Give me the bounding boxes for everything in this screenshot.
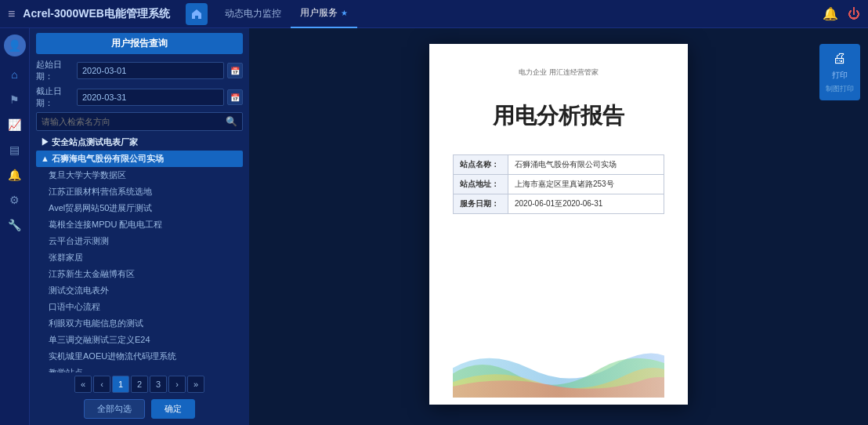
page-2-btn[interactable]: 2 (131, 376, 148, 393)
page-last-btn[interactable]: » (187, 376, 204, 393)
tree-item[interactable]: 江苏新生太金融博有区 (36, 266, 243, 282)
search-input[interactable] (42, 117, 226, 126)
tree-item[interactable]: 葛根全连接MPDU 配电电工程 (36, 216, 243, 233)
sidebar-alert-icon[interactable]: 🔔 (5, 165, 25, 185)
sidebar-tools-icon[interactable]: 🔧 (5, 215, 25, 235)
page-1-btn[interactable]: 1 (112, 376, 129, 393)
start-date-calendar-icon[interactable]: 📅 (227, 63, 243, 78)
start-date-label: 起始日期： (36, 59, 74, 82)
sidebar-chart-icon[interactable]: 📈 (5, 114, 25, 135)
print-icon: 🖨 (833, 50, 847, 67)
tree-item[interactable]: 云平台进示测测 (36, 233, 243, 249)
report-table: 站点名称：石狮涌电气股份有限公司实场站点地址：上海市嘉定区里真诸路253号服务日… (453, 154, 664, 214)
tree-item[interactable]: 复旦大学大学数据区 (36, 167, 243, 183)
top-nav: 动态电力监控 用户服务 ★ (215, 0, 823, 28)
report-table-value: 石狮涌电气股份有限公司实场 (508, 155, 664, 175)
tree-item[interactable]: 教学站点 (36, 365, 243, 372)
panel-title: 用户报告查询 (36, 33, 243, 54)
tree-item[interactable]: 利眼双方电能信息的测试 (36, 315, 243, 332)
nav-monitor[interactable]: 动态电力监控 (215, 0, 291, 28)
select-all-button[interactable]: 全部勾选 (84, 399, 145, 419)
sidebar-flag-icon[interactable]: ⚑ (5, 89, 25, 110)
page-first-btn[interactable]: « (74, 376, 92, 393)
wave-decoration (453, 326, 664, 405)
page-3-btn[interactable]: 3 (150, 376, 167, 393)
nav-star-icon: ★ (341, 9, 348, 17)
end-date-row: 截止日期： 📅 (36, 85, 243, 109)
topbar-right: 🔔 ⏻ (823, 6, 860, 21)
bell-icon[interactable]: 🔔 (823, 6, 838, 21)
home-button[interactable] (186, 3, 208, 25)
content-area: 电力企业 用汇连经营管家 用电分析报告 站点名称：石狮涌电气股份有限公司实场站点… (249, 28, 868, 425)
menu-icon[interactable]: ≡ (8, 7, 15, 21)
print-action-card[interactable]: 🖨 打印 制图打印 (819, 44, 860, 100)
end-date-calendar-icon[interactable]: 📅 (227, 89, 243, 105)
main-layout: 👤 ⌂ ⚑ 📈 ▤ 🔔 ⚙ 🔧 用户报告查询 起始日期： 📅 截止日期： 📅 🔍… (0, 28, 868, 425)
report-table-label: 站点地址： (454, 175, 508, 194)
report-header-text: 电力企业 用汇连经营管家 (453, 67, 664, 78)
tree-item[interactable]: 实机城里AOEU进物流代码理系统 (36, 348, 243, 365)
app-title: Acrel-3000WEB电能管理系统 (23, 7, 170, 21)
left-panel: 用户报告查询 起始日期： 📅 截止日期： 📅 🔍 ▶ 安全站点测试电表厂家▲ 石… (30, 28, 249, 425)
tree-item[interactable]: 测试交流电表外 (36, 282, 243, 299)
report-table-label: 站点名称： (454, 155, 508, 175)
print-label: 打印 (832, 70, 848, 81)
report-document: 电力企业 用汇连经营管家 用电分析报告 站点名称：石狮涌电气股份有限公司实场站点… (429, 44, 688, 405)
end-date-input[interactable] (77, 89, 224, 106)
confirm-button[interactable]: 确定 (151, 399, 195, 419)
tree-item[interactable]: 口语中心流程 (36, 299, 243, 315)
tree-item[interactable]: ▶ 安全站点测试电表厂家 (36, 134, 243, 151)
power-icon[interactable]: ⏻ (848, 7, 860, 21)
end-date-label: 截止日期： (36, 85, 74, 109)
icon-sidebar: 👤 ⌂ ⚑ 📈 ▤ 🔔 ⚙ 🔧 (0, 28, 30, 425)
start-date-input[interactable] (77, 62, 224, 79)
pagination: « ‹ 1 2 3 › » (36, 372, 243, 396)
search-row: 🔍 (36, 112, 243, 131)
search-icon[interactable]: 🔍 (226, 116, 237, 127)
bottom-buttons: 全部勾选 确定 (36, 396, 243, 420)
page-next-btn[interactable]: › (168, 376, 186, 393)
page-prev-btn[interactable]: ‹ (93, 376, 110, 393)
print-sublabel: 制图打印 (826, 84, 854, 94)
report-table-value: 上海市嘉定区里真诸路253号 (508, 175, 664, 194)
nav-user-service[interactable]: 用户服务 ★ (291, 0, 357, 28)
sidebar-home-icon[interactable]: ⌂ (5, 64, 25, 85)
tree-item[interactable]: Avel贸易网站50进展厅测试 (36, 200, 243, 216)
tree-item[interactable]: 单三调交融测试三定义E24 (36, 332, 243, 348)
report-table-label: 服务日期： (454, 194, 508, 214)
sidebar-settings-icon[interactable]: ⚙ (5, 190, 25, 210)
topbar: ≡ Acrel-3000WEB电能管理系统 动态电力监控 用户服务 ★ 🔔 ⏻ (0, 0, 868, 28)
start-date-row: 起始日期： 📅 (36, 59, 243, 82)
tree-list: ▶ 安全站点测试电表厂家▲ 石狮海电气股份有限公司实场 复旦大学大学数据区 江苏… (36, 134, 243, 372)
avatar[interactable]: 👤 (4, 35, 26, 56)
sidebar-bar-icon[interactable]: ▤ (5, 140, 25, 160)
report-main-title: 用电分析报告 (453, 101, 664, 131)
tree-item[interactable]: ▲ 石狮海电气股份有限公司实场 (36, 151, 243, 167)
report-table-value: 2020-06-01至2020-06-31 (508, 194, 664, 214)
tree-item[interactable]: 张群家居 (36, 249, 243, 266)
tree-item[interactable]: 江苏正眼材料营信系统选地 (36, 183, 243, 200)
